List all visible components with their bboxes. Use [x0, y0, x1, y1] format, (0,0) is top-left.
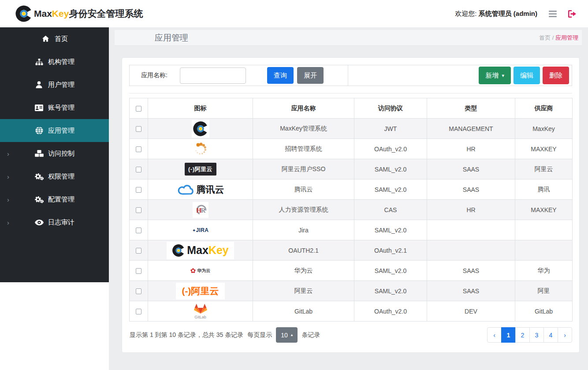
type-cell: HR — [427, 139, 515, 159]
vendor-cell: 阿里 — [515, 281, 573, 301]
per-page-suffix: 条记录 — [301, 331, 320, 339]
top-navbar: MaxKey身份安全管理系统 欢迎您: 系统管理员 (admin) — [0, 0, 588, 27]
pagination-prev[interactable]: ‹ — [487, 327, 502, 343]
vendor-cell: 阿里云 — [515, 159, 573, 179]
main-content: 应用管理 首页 / 应用管理 应用名称: 查询 展开 新增▾ 编辑 删除 — [109, 27, 588, 370]
sidebar-item-label: 日志审计 — [48, 218, 74, 227]
sidebar-item-perm[interactable]: ›权限管理 — [0, 165, 109, 188]
app-name-cell: 人力资源管理系统 — [253, 200, 354, 220]
pagination-page-1[interactable]: 1 — [501, 327, 516, 343]
row-checkbox[interactable] — [136, 207, 141, 213]
sidebar-item-label: 账号管理 — [48, 104, 74, 112]
column-header: 访问协议 — [354, 98, 427, 119]
sidebar-item-config[interactable]: ›配置管理 — [0, 188, 109, 211]
svg-text:R: R — [201, 207, 205, 214]
table-container: 图标应用名称访问协议类型供应商 MaxKey管理系统JWTMANAGEMENTM… — [129, 93, 572, 321]
app-name-input[interactable] — [180, 67, 246, 84]
sidebar-item-home[interactable]: 首页 — [0, 27, 109, 50]
app-name-cell: Jira — [253, 220, 354, 240]
chevron-right-icon: › — [7, 219, 9, 226]
row-checkbox[interactable] — [136, 146, 141, 152]
expand-button[interactable]: 展开 — [297, 67, 324, 84]
sidebar-item-app[interactable]: 应用管理 — [0, 119, 109, 142]
app-name-cell: GitLab — [253, 301, 354, 321]
app-name-label: 应用名称: — [141, 71, 167, 79]
vendor-cell: MAXKEY — [515, 200, 573, 220]
user-icon — [34, 81, 44, 88]
home-icon — [41, 35, 50, 42]
table-row[interactable]: ✦JIRAJiraSAML_v2.0 — [130, 220, 573, 240]
breadcrumb-home[interactable]: 首页 — [539, 34, 551, 41]
toolbar: 应用名称: 查询 展开 新增▾ 编辑 删除 — [129, 65, 572, 86]
sitemap-icon — [34, 59, 44, 65]
table-row[interactable]: GitLabGitLabOAuth_v2.0DEVGitLab — [130, 301, 573, 321]
table-row[interactable]: 招聘管理系统OAuth_v2.0HRMAXKEY — [130, 139, 573, 159]
row-checkbox[interactable] — [136, 167, 141, 172]
delete-button[interactable]: 删除 — [543, 67, 569, 84]
protocol-cell: SAML_v2.0 — [354, 179, 427, 200]
pagination-next[interactable]: › — [558, 327, 572, 343]
page-title: 应用管理 — [155, 32, 188, 44]
vendor-cell: 华为 — [515, 261, 573, 281]
id-card-icon — [34, 105, 44, 111]
table-row[interactable]: 腾讯云腾讯云SAML_v2.0SAAS腾讯 — [130, 179, 573, 200]
breadcrumb-current: 应用管理 — [555, 34, 578, 41]
pagination-page-4[interactable]: 4 — [543, 327, 558, 343]
gitlab-logo: GitLab — [150, 303, 251, 319]
select-all-checkbox[interactable] — [136, 106, 141, 112]
table-row[interactable]: MaxKey管理系统JWTMANAGEMENTMaxKey — [130, 119, 573, 139]
chevron-right-icon: › — [7, 173, 9, 180]
table-row[interactable]: HR人力资源管理系统CASHRMAXKEY — [130, 200, 573, 220]
row-checkbox[interactable] — [136, 288, 141, 294]
maxkey-round-logo — [150, 120, 251, 138]
table-row[interactable]: MaxKeyOAUTH2.1OAuth_v2.1 — [130, 240, 573, 261]
table-row[interactable]: (-)阿里云阿里云SAML_v2.0SAAS阿里 — [130, 281, 573, 301]
gears-icon — [34, 173, 44, 180]
row-checkbox[interactable] — [136, 248, 141, 254]
sidebar-item-label: 权限管理 — [48, 172, 74, 181]
tencent-cloud-logo: 腾讯云 — [150, 183, 251, 196]
maxkey-full-logo: MaxKey — [150, 242, 251, 259]
vendor-cell — [515, 220, 573, 240]
brand-suffix: 身份安全管理系统 — [69, 8, 143, 19]
per-page-prefix: 每页显示 — [247, 331, 272, 339]
row-checkbox[interactable] — [136, 309, 141, 314]
pagination-bar: 显示第 1 到第 10 条记录，总共 35 条记录 每页显示 10▴ 条记录 ‹… — [129, 327, 572, 343]
vendor-cell: 腾讯 — [515, 179, 573, 200]
protocol-cell: SAML_v2.0 — [354, 220, 427, 240]
row-checkbox[interactable] — [136, 228, 141, 233]
row-checkbox[interactable] — [136, 268, 141, 274]
sidebar-item-label: 用户管理 — [48, 81, 74, 89]
column-header: 应用名称 — [253, 98, 354, 119]
page-size-dropdown[interactable]: 10▴ — [276, 327, 298, 343]
table-row[interactable]: ✿华为云华为云SAML_v2.0SAAS华为 — [130, 261, 573, 281]
protocol-cell: OAuth_v2.1 — [354, 240, 427, 261]
caret-up-icon: ▴ — [291, 333, 293, 337]
row-checkbox[interactable] — [136, 126, 141, 132]
edit-button[interactable]: 编辑 — [514, 67, 540, 84]
menu-icon[interactable] — [548, 10, 558, 18]
query-button[interactable]: 查询 — [267, 67, 294, 84]
add-button[interactable]: 新增▾ — [479, 67, 511, 84]
pagination-page-3[interactable]: 3 — [529, 327, 544, 343]
vendor-cell: MAXKEY — [515, 139, 573, 159]
sidebar-item-audit[interactable]: ›日志审计 — [0, 211, 109, 234]
type-cell: SAAS — [427, 179, 515, 200]
type-cell: DEV — [427, 301, 515, 321]
table-row[interactable]: (-)阿里云阿里云用户SSOSAML_v2.0SAAS阿里云 — [130, 159, 573, 179]
row-checkbox[interactable] — [136, 187, 141, 193]
type-cell — [427, 240, 515, 261]
protocol-cell: JWT — [354, 119, 427, 139]
type-cell: SAAS — [427, 159, 515, 179]
sidebar-item-org[interactable]: 机构管理 — [0, 50, 109, 73]
logout-icon[interactable] — [568, 10, 577, 18]
sidebar-item-label: 应用管理 — [48, 127, 74, 135]
sidebar-item-access[interactable]: ›访问控制 — [0, 142, 109, 165]
app-name-cell: 招聘管理系统 — [253, 139, 354, 159]
pagination-page-2[interactable]: 2 — [515, 327, 530, 343]
sidebar-item-account[interactable]: 账号管理 — [0, 96, 109, 119]
sidebar-item-user[interactable]: 用户管理 — [0, 73, 109, 96]
sidebar: 首页机构管理用户管理账号管理应用管理›访问控制›权限管理›配置管理›日志审计 — [0, 27, 109, 370]
protocol-cell: SAML_v2.0 — [354, 261, 427, 281]
protocol-cell: CAS — [354, 200, 427, 220]
